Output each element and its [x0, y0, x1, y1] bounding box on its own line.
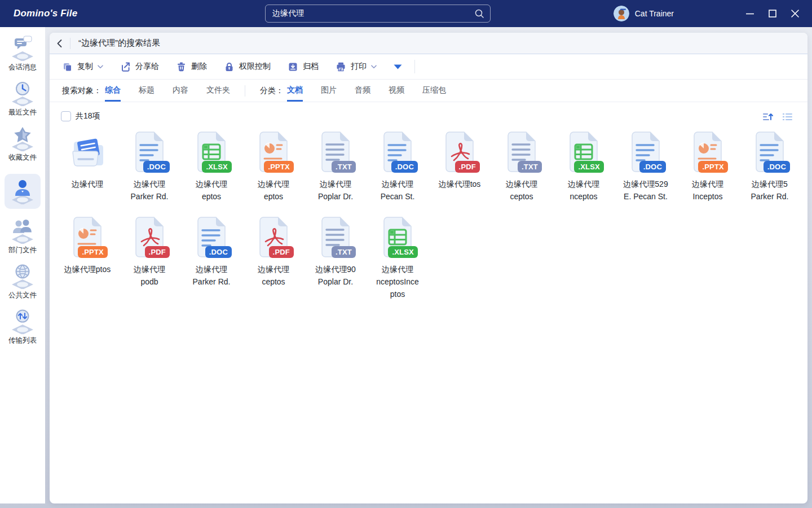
- search-icon[interactable]: [474, 8, 484, 19]
- lock-button[interactable]: 权限控制: [224, 62, 271, 72]
- file-item[interactable]: .DOC边缘代理529E. Pecan St.: [615, 131, 677, 203]
- file-item[interactable]: .TXT边缘代理Poplar Dr.: [304, 131, 367, 203]
- file-item[interactable]: .XLSX边缘代理nceptos: [553, 131, 615, 203]
- file-type-badge: .DOC: [764, 161, 790, 173]
- file-item[interactable]: .PPTX边缘代理ptos: [56, 216, 118, 275]
- sidebar-item-最近文件[interactable]: 最近文件: [0, 80, 45, 117]
- back-button[interactable]: [50, 33, 70, 54]
- file-name: 边缘代理Inceptos: [692, 178, 723, 203]
- sidebar-item-部门文件[interactable]: 部门文件: [0, 218, 45, 255]
- file-name: 边缘代理nceptos: [568, 178, 599, 203]
- search-input[interactable]: [266, 5, 474, 22]
- window-controls: [739, 0, 806, 27]
- tool-label: 分享给: [135, 62, 159, 72]
- file-name: 边缘代理Parker Rd.: [193, 263, 231, 288]
- xlsx-file-icon: .XLSX: [193, 131, 230, 173]
- scope-tabs: 综合标题内容文件夹: [105, 80, 248, 102]
- trash-icon: [176, 62, 187, 72]
- avatar[interactable]: [614, 6, 629, 21]
- close-button[interactable]: [784, 0, 806, 27]
- file-type-badge: .PDF: [145, 246, 170, 258]
- txt-file-icon: .TXT: [317, 216, 354, 258]
- archive-button[interactable]: 归档: [288, 62, 319, 72]
- copy-icon: [62, 62, 73, 72]
- app-title: Domino's File: [14, 8, 77, 19]
- tool-label: 复制: [77, 62, 93, 72]
- sidebar-item-label: 部门文件: [8, 246, 37, 255]
- file-grid: 边缘代理.DOC边缘代理Parker Rd..XLSX边缘代理eptos.PPT…: [50, 122, 803, 314]
- file-item[interactable]: .DOC边缘代理Parker Rd.: [118, 131, 180, 203]
- more-actions-button[interactable]: [394, 64, 402, 69]
- file-type-badge: .PDF: [269, 246, 294, 258]
- file-item[interactable]: .PDF边缘代理podb: [118, 216, 180, 288]
- sidebar-item-收藏文件[interactable]: 收藏文件: [0, 125, 45, 163]
- scope-tab[interactable]: 文件夹: [206, 80, 230, 102]
- copy-button[interactable]: 复制: [62, 62, 103, 72]
- share-button[interactable]: 分享给: [120, 62, 159, 72]
- file-name: 边缘代理ceptos: [258, 263, 289, 288]
- person-icon: [5, 174, 41, 209]
- file-item[interactable]: .TXT边缘代理ceptos: [491, 131, 553, 203]
- header-divider: [70, 38, 70, 49]
- sort-ascending-icon[interactable]: [762, 111, 774, 122]
- print-button[interactable]: 打印: [336, 62, 377, 72]
- globe-icon: [10, 263, 36, 289]
- file-type-badge: .PDF: [455, 161, 480, 173]
- file-type-badge: .PPTX: [78, 246, 108, 258]
- search-box: [265, 5, 491, 23]
- chevron-down-icon: [371, 65, 377, 69]
- select-all-checkbox[interactable]: [61, 111, 71, 121]
- topbar: Domino's File Cat Trainer: [0, 0, 812, 27]
- people-icon: [10, 218, 36, 244]
- file-item[interactable]: .PDF边缘代理tos: [429, 131, 491, 190]
- file-item[interactable]: .PPTX边缘代理eptos: [242, 131, 304, 203]
- sidebar-item-公共文件[interactable]: 公共文件: [0, 263, 45, 300]
- list-view-icon[interactable]: [782, 111, 793, 122]
- file-item[interactable]: .DOC边缘代理5Parker Rd.: [739, 131, 801, 203]
- category-tab[interactable]: 压缩包: [422, 80, 446, 102]
- pptx-file-icon: .PPTX: [690, 131, 726, 173]
- share-icon: [120, 62, 131, 72]
- tool-label: 删除: [191, 62, 207, 72]
- category-tab[interactable]: 文档: [287, 80, 303, 102]
- xlsx-file-icon: .XLSX: [379, 216, 416, 258]
- file-type-badge: .XLSX: [388, 246, 418, 258]
- file-type-badge: .XLSX: [574, 161, 604, 173]
- user-area: Cat Trainer: [614, 0, 674, 27]
- file-item[interactable]: .PDF边缘代理ceptos: [242, 216, 304, 288]
- category-tab[interactable]: 图片: [321, 80, 337, 102]
- scope-tab[interactable]: 内容: [173, 80, 188, 102]
- file-name: 边缘代理eptos: [196, 178, 227, 203]
- pdf-file-icon: .PDF: [131, 216, 167, 258]
- folder-item[interactable]: 边缘代理: [56, 131, 118, 190]
- transfer-icon: [10, 308, 36, 334]
- scope-tab[interactable]: 综合: [105, 80, 121, 102]
- file-type-badge: .TXT: [332, 246, 356, 258]
- category-tabs: 文档图片音频视频压缩包: [287, 80, 464, 102]
- sidebar-item-label: 传输列表: [8, 336, 37, 345]
- search-scope-label: 搜索对象：: [62, 80, 102, 102]
- maximize-button[interactable]: [761, 0, 784, 27]
- file-type-badge: .DOC: [205, 246, 232, 258]
- sidebar-item-selected[interactable]: [0, 174, 45, 209]
- sidebar-item-label: 最近文件: [8, 108, 37, 117]
- sidebar-item-会话消息[interactable]: 会话消息: [0, 35, 45, 72]
- xlsx-file-icon: .XLSX: [566, 131, 602, 173]
- minimize-button[interactable]: [739, 0, 761, 27]
- file-item[interactable]: .PPTX边缘代理Inceptos: [677, 131, 739, 203]
- sidebar-item-传输列表[interactable]: 传输列表: [0, 308, 45, 345]
- file-item[interactable]: .TXT边缘代理90Poplar Dr.: [304, 216, 367, 288]
- sidebar-item-label: 收藏文件: [8, 153, 37, 163]
- scope-tab[interactable]: 标题: [139, 80, 155, 102]
- file-type-badge: .PPTX: [698, 161, 728, 173]
- trash-button[interactable]: 删除: [176, 62, 207, 72]
- category-tab[interactable]: 音频: [355, 80, 370, 102]
- file-item[interactable]: .XLSX边缘代理nceptosInceptos: [367, 216, 429, 300]
- item-count: 共18项: [76, 111, 100, 121]
- file-item[interactable]: .XLSX边缘代理eptos: [180, 131, 242, 203]
- toolbar: 复制分享给删除权限控制归档打印: [50, 54, 807, 80]
- category-tab[interactable]: 视频: [389, 80, 404, 102]
- file-item[interactable]: .DOC边缘代理Parker Rd.: [180, 216, 242, 288]
- pptx-file-icon: .PPTX: [69, 216, 105, 258]
- file-item[interactable]: .DOC边缘代理Pecan St.: [367, 131, 429, 203]
